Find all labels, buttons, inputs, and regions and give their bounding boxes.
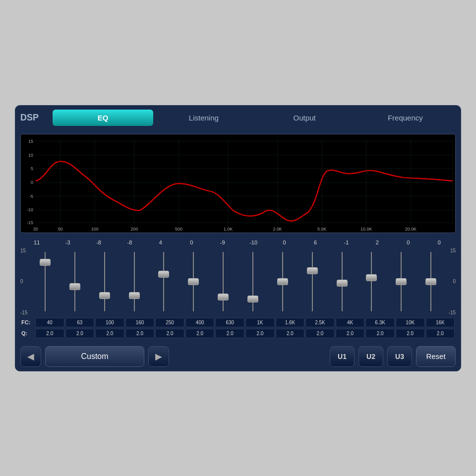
fader-thumb-8[interactable] xyxy=(277,278,288,285)
dsp-label: DSP xyxy=(20,113,45,123)
fc-cell-6[interactable]: 630 xyxy=(215,318,244,327)
reset-button[interactable]: Reset xyxy=(416,346,456,367)
fader-value-11: 2 xyxy=(362,239,393,245)
q-cell-11[interactable]: 2.0 xyxy=(365,329,395,338)
tab-output[interactable]: Output xyxy=(254,110,355,126)
tab-eq[interactable]: EQ xyxy=(53,110,153,126)
fader-track-3 xyxy=(134,252,135,311)
scale-bot-right: -15 xyxy=(446,310,456,315)
fc-cell-10[interactable]: 4K xyxy=(336,318,365,327)
fc-cell-5[interactable]: 400 xyxy=(185,318,215,327)
fc-cell-2[interactable]: 100 xyxy=(95,318,124,327)
q-cell-10[interactable]: 2.0 xyxy=(336,329,365,338)
fc-cell-8[interactable]: 1.6K xyxy=(276,318,305,327)
fader-2[interactable] xyxy=(90,247,119,316)
fader-13[interactable] xyxy=(416,247,446,316)
fader-thumb-0[interactable] xyxy=(40,259,51,266)
fader-6[interactable] xyxy=(208,247,238,316)
q-cell-7[interactable]: 2.0 xyxy=(245,329,275,338)
fader-value-6: -9 xyxy=(207,239,238,245)
q-cell-2[interactable]: 2.0 xyxy=(95,329,124,338)
svg-text:20.0K: 20.0K xyxy=(405,227,416,232)
side-arrow[interactable]: › xyxy=(461,231,461,245)
fader-12[interactable] xyxy=(386,247,416,316)
q-cell-3[interactable]: 2.0 xyxy=(125,329,155,338)
fader-thumb-5[interactable] xyxy=(188,278,199,285)
eq-panel: DSP EQ Listening Output Frequency xyxy=(15,105,461,371)
fader-3[interactable] xyxy=(119,247,149,316)
fader-thumb-2[interactable] xyxy=(99,292,110,299)
fc-cell-1[interactable]: 63 xyxy=(65,318,95,327)
app-container: DSP EQ Listening Output Frequency xyxy=(0,0,476,476)
svg-text:100: 100 xyxy=(91,227,99,232)
u3-button[interactable]: U3 xyxy=(387,346,412,367)
fc-cell-13[interactable]: 16K xyxy=(426,318,455,327)
fader-value-12: 0 xyxy=(393,239,423,245)
svg-text:5: 5 xyxy=(31,166,33,171)
fc-cell-3[interactable]: 160 xyxy=(125,318,155,327)
fader-thumb-3[interactable] xyxy=(129,292,140,299)
fader-thumb-13[interactable] xyxy=(425,278,436,285)
fc-cell-9[interactable]: 2.5K xyxy=(305,318,335,327)
fc-cell-0[interactable]: 40 xyxy=(35,318,64,327)
fader-value-13: 0 xyxy=(423,239,454,245)
fc-cell-7[interactable]: 1K xyxy=(245,318,275,327)
fader-4[interactable] xyxy=(149,247,178,316)
u1-button[interactable]: U1 xyxy=(330,346,355,367)
svg-text:500: 500 xyxy=(175,227,182,232)
q-cell-5[interactable]: 2.0 xyxy=(185,329,215,338)
fc-cells: 40631001602504006301K1.6K2.5K4K6.3K10K16… xyxy=(35,318,455,327)
fader-1[interactable] xyxy=(60,247,90,316)
fader-thumb-6[interactable] xyxy=(218,294,229,300)
fader-value-7: -10 xyxy=(238,239,269,245)
fader-value-1: -3 xyxy=(52,239,83,245)
bottom-controls: ◀ Custom ▶ U1 U2 U3 Reset xyxy=(15,342,461,371)
faders-section: 11 -3 -8 -8 4 0 -9 -10 0 6 -1 2 0 0 15 0 xyxy=(15,237,461,342)
svg-text:-10: -10 xyxy=(27,207,33,212)
fc-label: FC: xyxy=(21,319,35,325)
q-cell-13[interactable]: 2.0 xyxy=(426,329,455,338)
fader-9[interactable] xyxy=(298,247,327,316)
scale-right: 15 0 -15 xyxy=(446,247,456,316)
q-cell-9[interactable]: 2.0 xyxy=(305,329,335,338)
fader-7[interactable] xyxy=(238,247,268,316)
q-cell-12[interactable]: 2.0 xyxy=(396,329,425,338)
fader-thumb-1[interactable] xyxy=(69,283,80,290)
q-cell-8[interactable]: 2.0 xyxy=(276,329,305,338)
svg-text:10.0K: 10.0K xyxy=(360,227,372,232)
fader-thumb-7[interactable] xyxy=(247,296,258,302)
fader-track-6 xyxy=(223,252,224,311)
eq-chart[interactable]: 15 10 5 0 -5 -10 -15 20 50 100 200 500 1… xyxy=(20,134,456,233)
u2-button[interactable]: U2 xyxy=(358,346,383,367)
preset-name-button[interactable]: Custom xyxy=(45,346,144,367)
fader-thumb-10[interactable] xyxy=(337,280,348,287)
fader-11[interactable] xyxy=(357,247,386,316)
q-cell-1[interactable]: 2.0 xyxy=(65,329,95,338)
scale-mid-left: 0 xyxy=(20,279,30,284)
fader-10[interactable] xyxy=(327,247,357,316)
fader-thumb-9[interactable] xyxy=(307,267,318,274)
prev-button[interactable]: ◀ xyxy=(20,346,41,367)
fc-row: FC: 40631001602504006301K1.6K2.5K4K6.3K1… xyxy=(20,318,456,327)
tab-listening[interactable]: Listening xyxy=(153,110,254,126)
fader-5[interactable] xyxy=(178,247,208,316)
fc-cell-4[interactable]: 250 xyxy=(155,318,184,327)
fader-thumb-4[interactable] xyxy=(158,271,169,278)
q-cell-4[interactable]: 2.0 xyxy=(155,329,184,338)
svg-text:20: 20 xyxy=(33,227,38,232)
fader-track-11 xyxy=(371,252,372,311)
scale-top-right: 15 xyxy=(446,248,456,253)
q-label: Q: xyxy=(21,330,35,336)
fader-thumb-11[interactable] xyxy=(366,274,377,281)
fader-8[interactable] xyxy=(268,247,298,316)
tab-frequency[interactable]: Frequency xyxy=(355,110,456,126)
fader-thumb-12[interactable] xyxy=(396,278,407,285)
q-cell-0[interactable]: 2.0 xyxy=(35,329,64,338)
svg-text:200: 200 xyxy=(130,227,138,232)
fc-cell-12[interactable]: 10K xyxy=(396,318,425,327)
svg-text:-15: -15 xyxy=(27,220,33,225)
fader-0[interactable] xyxy=(30,247,60,316)
next-button[interactable]: ▶ xyxy=(148,346,169,367)
q-cell-6[interactable]: 2.0 xyxy=(215,329,244,338)
fc-cell-11[interactable]: 6.3K xyxy=(365,318,395,327)
